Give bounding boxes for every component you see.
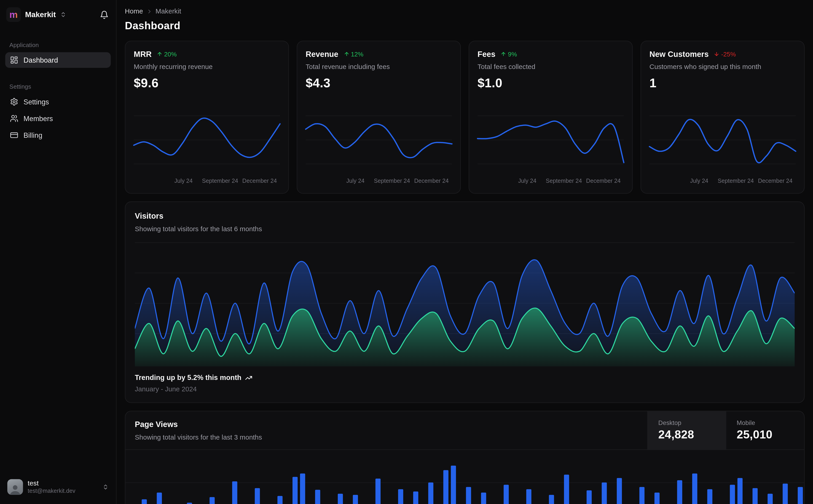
sidebar-item-dashboard[interactable]: Dashboard	[5, 52, 111, 68]
chevrons-up-down-icon	[102, 484, 109, 490]
sidebar: m Makerkit Application Dashboard Setting…	[0, 0, 116, 504]
user-name: test	[28, 479, 75, 488]
visitors-title: Visitors	[135, 211, 794, 220]
stat-card-fees: Fees 9% Total fees collected $1.0 July 2…	[469, 41, 633, 194]
sidebar-item-billing[interactable]: Billing	[5, 127, 111, 143]
dashboard-icon	[10, 56, 18, 64]
trend-badge: 20%	[157, 50, 177, 58]
mobile-toggle[interactable]: Mobile 25,010	[726, 411, 804, 449]
makerkit-logo: m	[6, 7, 21, 22]
stat-value: $1.0	[477, 76, 624, 90]
visitors-date-range: January - June 2024	[135, 385, 794, 393]
desktop-label: Desktop	[659, 419, 715, 427]
desktop-toggle[interactable]: Desktop 24,828	[648, 411, 726, 449]
workspace-selector[interactable]: m Makerkit	[5, 6, 111, 23]
visitors-subtitle: Showing total visitors for the last 6 mo…	[135, 225, 794, 233]
stat-subtitle: Customers who signed up this month	[650, 63, 796, 70]
stat-subtitle: Total fees collected	[477, 63, 624, 70]
arrow-up-icon	[157, 51, 162, 57]
arrow-up-icon	[501, 51, 506, 57]
users-icon	[10, 114, 18, 123]
user-menu[interactable]: test test@makerkit.dev	[5, 477, 111, 497]
breadcrumb-current[interactable]: Makerkit	[155, 7, 181, 15]
breadcrumb-home-link[interactable]: Home	[125, 7, 143, 15]
visitors-card: Visitors Showing total visitors for the …	[125, 202, 805, 403]
stat-value: $9.6	[134, 76, 280, 90]
mobile-label: Mobile	[737, 419, 794, 427]
stat-card-new-customers: New Customers -25% Customers who signed …	[641, 41, 805, 194]
sidebar-item-label: Settings	[24, 98, 49, 106]
stat-card-revenue: Revenue 12% Total revenue including fees…	[297, 41, 461, 194]
sparkline-chart	[650, 106, 796, 173]
gear-icon	[10, 98, 18, 106]
page-views-card: Page Views Showing total visitors for th…	[125, 411, 805, 504]
stat-value: 1	[650, 76, 796, 90]
page-title: Dashboard	[125, 20, 805, 32]
x-axis-labels: July 24 September 24 December 24	[650, 178, 796, 186]
app-window: m Makerkit Application Dashboard Setting…	[0, 0, 813, 504]
page-views-bar-chart	[125, 450, 804, 504]
breadcrumb: Home Makerkit	[125, 7, 805, 15]
stat-title: MRR	[134, 50, 151, 58]
workspace-name: Makerkit	[25, 11, 56, 19]
stat-title: Fees	[477, 50, 495, 58]
sidebar-section-application: Application	[5, 42, 111, 48]
visitors-area-chart	[135, 240, 794, 366]
stat-title: Revenue	[306, 50, 338, 58]
user-email: test@makerkit.dev	[28, 488, 75, 495]
page-views-subtitle: Showing total visitors for the last 3 mo…	[135, 433, 638, 441]
logo-letter: m	[9, 10, 18, 19]
page-views-toggle-group: Desktop 24,828 Mobile 25,010	[648, 411, 804, 449]
stat-value: $4.3	[306, 76, 452, 90]
trending-up-icon	[245, 374, 253, 381]
sparkline-chart	[306, 106, 452, 173]
stat-cards-row: MRR 20% Monthly recurring revenue $9.6 J…	[125, 41, 805, 194]
chevrons-up-down-icon	[60, 11, 66, 18]
notifications-bell-icon[interactable]	[99, 9, 110, 20]
chevron-right-icon	[146, 8, 152, 14]
sparkline-chart	[477, 106, 624, 173]
page-views-title: Page Views	[135, 420, 638, 429]
trend-badge: 12%	[344, 50, 363, 58]
stat-title: New Customers	[650, 50, 709, 58]
visitors-trend-text: Trending up by 5.2% this month	[135, 374, 241, 382]
sparkline-chart	[134, 106, 280, 173]
sidebar-section-settings: Settings	[5, 84, 111, 90]
sidebar-item-settings[interactable]: Settings	[5, 94, 111, 110]
arrow-down-icon	[714, 51, 720, 57]
credit-card-icon	[10, 131, 18, 139]
sidebar-item-label: Billing	[24, 131, 42, 139]
trend-badge: -25%	[714, 50, 736, 58]
x-axis-labels: July 24 September 24 December 24	[134, 178, 280, 186]
avatar	[7, 479, 23, 495]
arrow-up-icon	[344, 51, 349, 57]
x-axis-labels: July 24 September 24 December 24	[477, 178, 624, 186]
main-content: Home Makerkit Dashboard MRR 20% Monthly …	[116, 0, 813, 504]
sidebar-item-label: Members	[24, 114, 53, 122]
trend-badge: 9%	[501, 50, 517, 58]
stat-subtitle: Monthly recurring revenue	[134, 63, 280, 70]
sidebar-item-label: Dashboard	[24, 56, 58, 64]
desktop-value: 24,828	[659, 428, 715, 441]
stat-subtitle: Total revenue including fees	[306, 63, 452, 70]
sidebar-item-members[interactable]: Members	[5, 111, 111, 126]
mobile-value: 25,010	[737, 428, 794, 441]
x-axis-labels: July 24 September 24 December 24	[306, 178, 452, 186]
stat-card-mrr: MRR 20% Monthly recurring revenue $9.6 J…	[125, 41, 289, 194]
